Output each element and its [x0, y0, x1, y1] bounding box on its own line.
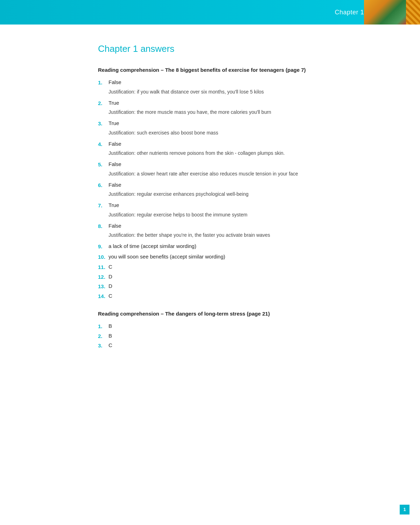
justification: Justification: the better shape you're i…: [108, 232, 322, 239]
list-item: 14. C: [98, 292, 322, 301]
section-1-heading: Reading comprehension – The 8 biggest be…: [98, 66, 322, 74]
answer-number: 1.: [98, 78, 108, 87]
answer-text: False: [108, 78, 121, 87]
list-item: 13. D: [98, 282, 322, 291]
answer-number: 12.: [98, 273, 108, 281]
list-item: 7. True: [98, 201, 322, 210]
answer-text: C: [108, 292, 112, 300]
answer-text: B: [108, 322, 112, 330]
justification: Justification: a slower heart rate after…: [108, 170, 322, 178]
answer-number: 3.: [98, 341, 108, 350]
section-1: Reading comprehension – The 8 biggest be…: [98, 66, 322, 300]
header-image: [364, 0, 420, 25]
justification: Justification: if you walk that distance…: [108, 88, 322, 96]
list-item: 3. True: [98, 119, 322, 128]
section-2-heading: Reading comprehension – The dangers of l…: [98, 310, 322, 317]
justification: Justification: other nutrients remove po…: [108, 150, 322, 157]
answer-text: C: [108, 263, 112, 271]
list-item: 3. C: [98, 341, 322, 350]
answer-number: 2.: [98, 332, 108, 340]
list-item: 6. False: [98, 181, 322, 189]
answer-text: D: [108, 273, 112, 281]
section-2: Reading comprehension – The dangers of l…: [98, 310, 322, 350]
list-item: 2. True: [98, 99, 322, 108]
list-item: 4. False: [98, 140, 322, 148]
answer-number: 13.: [98, 282, 108, 291]
list-item: 2. B: [98, 332, 322, 340]
answer-number: 6.: [98, 181, 108, 189]
list-item: 11. C: [98, 263, 322, 271]
answer-number: 5.: [98, 160, 108, 169]
justification: Justification: such exercises also boost…: [108, 129, 322, 137]
answer-text: C: [108, 341, 112, 350]
list-item: 10. you will soon see benefits (accept s…: [98, 253, 322, 261]
answer-text: B: [108, 332, 112, 340]
justification: Justification: regular exercise helps to…: [108, 211, 322, 219]
list-item: 1. False: [98, 78, 322, 87]
answer-text: False: [108, 140, 121, 148]
answer-number: 10.: [98, 253, 108, 261]
answer-number: 1.: [98, 322, 108, 331]
page-title: Chapter 1 answers: [98, 42, 322, 56]
justification: Justification: the more muscle mass you …: [108, 109, 322, 116]
answer-text: True: [108, 99, 119, 107]
answer-number: 8.: [98, 222, 108, 230]
list-item: 9. a lack of time (accept similar wordin…: [98, 242, 322, 251]
answer-text: False: [108, 181, 121, 189]
list-item: 12. D: [98, 273, 322, 281]
answer-text: you will soon see benefits (accept simil…: [108, 253, 225, 261]
answer-number: 2.: [98, 99, 108, 108]
answer-text: True: [108, 201, 119, 209]
header-bar: Chapter 1: [0, 0, 420, 25]
list-item: 1. B: [98, 322, 322, 331]
list-item: 5. False: [98, 160, 322, 169]
list-item: 8. False: [98, 222, 322, 230]
chapter-label: Chapter 1: [335, 8, 364, 17]
answer-number: 11.: [98, 263, 108, 271]
header-stripes: [406, 0, 420, 25]
answer-number: 4.: [98, 140, 108, 148]
answer-text: a lack of time (accept similar wording): [108, 242, 196, 250]
answer-text: D: [108, 282, 112, 290]
answer-number: 9.: [98, 242, 108, 251]
answer-text: True: [108, 119, 119, 127]
justification: Justification: regular exercise enhances…: [108, 191, 322, 198]
page-content: Chapter 1 answers Reading comprehension …: [77, 25, 343, 384]
section-1-answer-list: 1. False Justification: if you walk that…: [98, 78, 322, 300]
answer-text: False: [108, 222, 121, 230]
answer-number: 7.: [98, 201, 108, 210]
answer-number: 14.: [98, 292, 108, 301]
section-2-answer-list: 1. B 2. B 3. C: [98, 322, 322, 350]
answer-number: 3.: [98, 119, 108, 128]
answer-text: False: [108, 160, 121, 168]
